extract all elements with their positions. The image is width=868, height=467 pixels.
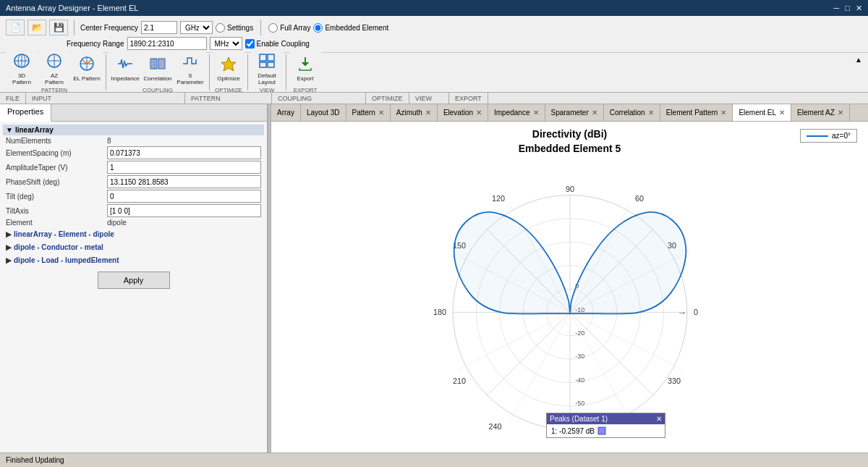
svg-text:0: 0 [693, 308, 697, 316]
svg-marker-13 [221, 57, 236, 71]
properties-tab[interactable]: Properties [0, 104, 51, 122]
center-freq-unit[interactable]: GHz MHz [180, 21, 213, 34]
apply-button[interactable]: Apply [98, 272, 170, 289]
properties-content: ▼ linearArray NumElements 8 ElementSpaci… [0, 122, 267, 453]
peaks-title-text: Peaks (Dataset 1) [550, 415, 608, 423]
amplitude-taper-input[interactable] [107, 161, 261, 174]
tab-element-az[interactable]: Element AZ ✕ [791, 104, 850, 121]
default-layout-btn[interactable]: Default Layout [251, 51, 283, 86]
tab-pattern[interactable]: Pattern ✕ [346, 104, 391, 121]
toolbar-scroll-up[interactable]: ▲ [855, 56, 862, 64]
full-array-radio[interactable] [268, 23, 278, 33]
freq-range-unit[interactable]: MHz GHz [210, 37, 242, 50]
export-btn[interactable]: Export [289, 51, 321, 86]
freq-range-input[interactable] [127, 37, 207, 50]
tab-element-az-close[interactable]: ✕ [838, 109, 843, 117]
svg-text:180: 180 [433, 308, 446, 316]
num-elements-row: NumElements 8 [3, 137, 264, 145]
tab-sparameter-close[interactable]: ✕ [592, 109, 597, 117]
subsection3-header[interactable]: ▶ dipole - Load - lumpedElement [3, 255, 264, 266]
tab-correlation-close[interactable]: ✕ [648, 109, 654, 117]
status-text: Finished Updating [6, 456, 64, 464]
subsection2-header[interactable]: ▶ dipole - Conductor - metal [3, 242, 264, 253]
app-title: Antenna Array Designer - Element EL [6, 4, 138, 12]
tab-element-el[interactable]: Element EL ✕ [733, 104, 791, 121]
settings-radio[interactable] [216, 23, 225, 33]
section-name: linearArray [15, 126, 54, 134]
toolbar: 📄 📂 💾 Center Frequency GHz MHz Settings … [0, 16, 868, 93]
element-spacing-row: ElementSpacing (m) [3, 146, 264, 159]
tab-azimuth[interactable]: Azimuth ✕ [391, 104, 438, 121]
save-btn[interactable]: 💾 [49, 20, 68, 35]
tab-elevation-close[interactable]: ✕ [476, 109, 482, 117]
amplitude-taper-row: AmplitudeTaper (V) [3, 161, 264, 174]
phase-shift-row: PhaseShift (deg) [3, 175, 264, 188]
coupling-section-label: COUPLING [272, 93, 366, 104]
sparameter-btn[interactable]: S Parameter [174, 51, 206, 86]
impedance-label: Impedance [111, 75, 140, 82]
tab-impedance-label: Impedance [494, 109, 529, 117]
svg-text:60: 60 [634, 195, 643, 203]
close-btn[interactable]: ✕ [856, 4, 862, 13]
tab-sparameter[interactable]: Sparameter ✕ [545, 104, 604, 121]
el-pattern-label: EL Pattern [73, 75, 101, 82]
file-section-label: FILE [0, 93, 26, 104]
tab-impedance[interactable]: Impedance ✕ [488, 104, 545, 121]
svg-text:210: 210 [453, 377, 466, 386]
main-content: Properties ▼ linearArray NumElements 8 E… [0, 104, 868, 453]
center-freq-input[interactable] [141, 21, 177, 34]
open-btn[interactable]: 📂 [27, 20, 46, 35]
impedance-btn[interactable]: Impedance [109, 51, 141, 86]
toolbar-icons-row: 3D Pattern AZ Pattern [0, 52, 868, 92]
tab-azimuth-close[interactable]: ✕ [425, 109, 431, 117]
embedded-element-radio[interactable] [313, 23, 323, 33]
phase-shift-input[interactable] [107, 175, 261, 188]
legend-label: az=0° [832, 132, 851, 140]
3d-pattern-btn[interactable]: 3D Pattern [6, 51, 38, 86]
tab-array[interactable]: Array [271, 104, 301, 121]
correlation-btn[interactable]: Correlation [142, 51, 174, 86]
toolbar-row2: Frequency Range MHz GHz Enable Coupling [0, 36, 868, 52]
az-pattern-btn[interactable]: AZ Pattern [38, 51, 70, 86]
svg-rect-52 [598, 427, 605, 434]
peaks-close-btn[interactable]: ✕ [656, 415, 662, 423]
tilt-axis-input[interactable] [107, 204, 261, 217]
tab-pattern-label: Pattern [352, 109, 375, 117]
new-btn[interactable]: 📄 [6, 20, 25, 35]
minimize-btn[interactable]: ─ [834, 4, 840, 13]
svg-text:240: 240 [488, 423, 501, 432]
subsection3-arrow: ▶ [6, 256, 12, 264]
default-layout-label: Default Layout [253, 72, 281, 85]
svg-rect-11 [158, 59, 165, 69]
window-controls[interactable]: ─ □ ✕ [834, 4, 862, 13]
tab-elevation[interactable]: Elevation ✕ [438, 104, 488, 121]
tab-impedance-close[interactable]: ✕ [533, 109, 539, 117]
3d-pattern-label: 3D Pattern [8, 72, 35, 85]
svg-text:-50: -50 [575, 400, 584, 407]
element-row: Element dipole [3, 219, 264, 227]
el-pattern-btn[interactable]: EL Pattern [71, 51, 103, 86]
sep4 [286, 54, 286, 91]
tab-element-el-label: Element EL [739, 109, 776, 117]
export-section-label: EXPORT [449, 93, 488, 104]
chart-legend: az=0° [800, 129, 857, 143]
enable-coupling-checkbox[interactable] [245, 39, 255, 49]
subsection1-header[interactable]: ▶ linearArray - Element - dipole [3, 229, 264, 240]
properties-tabs: Properties [0, 104, 267, 122]
element-spacing-input[interactable] [107, 146, 261, 159]
tab-correlation[interactable]: Correlation ✕ [604, 104, 660, 121]
svg-text:-20: -20 [575, 329, 584, 337]
svg-rect-10 [150, 59, 157, 69]
tab-layout3d[interactable]: Layout 3D [301, 104, 346, 121]
tab-element-pattern-close[interactable]: ✕ [720, 109, 726, 117]
maximize-btn[interactable]: □ [845, 4, 850, 13]
sep3 [247, 54, 248, 91]
linear-array-header[interactable]: ▼ linearArray [3, 125, 264, 135]
tab-element-el-close[interactable]: ✕ [779, 109, 785, 117]
chart-title: Directivity (dBi) Embedded Element 5 [519, 127, 621, 156]
tab-pattern-close[interactable]: ✕ [378, 109, 384, 117]
tab-element-pattern[interactable]: Element Pattern ✕ [660, 104, 733, 121]
chart-area: Directivity (dBi) Embedded Element 5 az=… [271, 122, 868, 453]
optimize-btn[interactable]: Optimize [213, 51, 244, 86]
tilt-input[interactable] [107, 190, 261, 203]
